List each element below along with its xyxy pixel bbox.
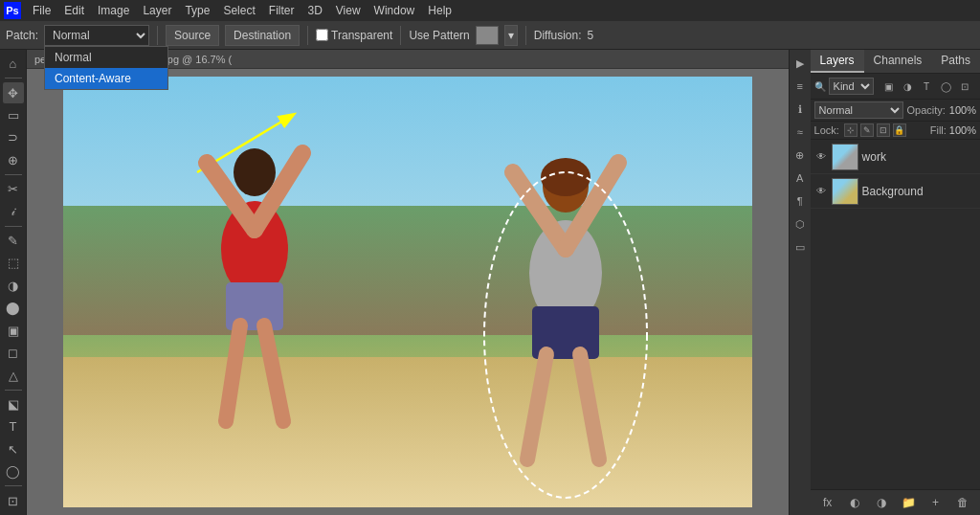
layers-list: 👁 work 👁 Background [811,140,980,489]
menu-bar: Ps File Edit Image Layer Type Select Fil… [0,0,980,21]
right-icons-column: ▶ ≡ ℹ ≈ ⊕ A ¶ ⬡ ▭ [790,50,811,515]
patch-option-normal[interactable]: Normal [45,47,167,68]
rectangle-select-tool[interactable]: ▭ [3,105,24,125]
svg-point-2 [234,148,276,196]
menu-filter[interactable]: Filter [263,2,301,19]
smart-filter-icon[interactable]: ⊡ [957,78,972,94]
add-style-icon[interactable]: fx [819,494,836,511]
lasso-tool[interactable]: ⊃ [3,127,24,147]
adjustments-sidebar-icon[interactable]: ≈ [791,123,810,142]
eraser-tool[interactable]: ⬤ [3,298,24,318]
healing-tool[interactable]: ◑ [3,276,24,296]
menu-view[interactable]: View [330,2,367,19]
path-select-tool[interactable]: ↖ [3,439,24,459]
eyedropper-tool[interactable]: 𝒾 [3,201,24,221]
eye-icon-background[interactable]: 👁 [814,185,828,198]
separator-4 [525,26,526,45]
right-figure [475,144,657,507]
new-group-icon[interactable]: 📁 [900,494,917,511]
tool-sep-1 [5,78,22,78]
patch-option-content-aware[interactable]: Content-Aware [45,68,167,89]
tab-channels[interactable]: Channels [864,50,932,73]
patch-select[interactable]: Normal Content-Aware [44,25,149,46]
menu-image[interactable]: Image [92,2,135,19]
home-tool[interactable]: ⌂ [3,54,24,74]
delete-layer-icon[interactable]: 🗑 [954,494,971,511]
layer-thumb-work [832,144,858,170]
lock-artboard-icon[interactable]: ⊡ [877,123,890,137]
kind-select[interactable]: Kind [829,78,874,95]
options-bar: Patch: Normal Content-Aware Normal Conte… [0,21,980,50]
crop-tool[interactable]: ✂ [3,179,24,199]
eye-icon-work[interactable]: 👁 [814,150,828,164]
menu-edit[interactable]: Edit [58,2,90,19]
canvas-container[interactable] [27,69,789,515]
menu-help[interactable]: Help [422,2,457,19]
adjustment-filter-icon[interactable]: ◑ [900,78,915,94]
svg-point-10 [541,158,590,196]
paragraph-sidebar-icon[interactable]: ¶ [791,191,810,211]
menu-file[interactable]: File [27,2,56,19]
lock-all-icon[interactable]: 🔒 [893,123,906,137]
use-pattern-label: Use Pattern [409,29,469,42]
quick-select-tool[interactable]: ⊕ [3,150,24,170]
gradient-tool[interactable]: ▣ [3,321,24,341]
text-tool[interactable]: T [3,416,24,437]
fill-label: Fill: [930,124,947,136]
history-sidebar-icon[interactable]: ▭ [791,237,810,257]
expand-icon[interactable]: ▶ [791,54,810,73]
canvas-area: pexels-yuri-manel-2597365.jpg @ 16.7% ( [27,50,789,515]
add-sidebar-icon[interactable]: ⊕ [791,146,810,165]
blend-mode-row: Normal Opacity: 100% [811,100,980,122]
menu-type[interactable]: Type [179,2,215,19]
menu-select[interactable]: Select [217,2,260,19]
patch-dropdown-open[interactable]: Normal Content-Aware [44,46,168,90]
blur-tool[interactable]: ◻ [3,343,24,363]
layers-sidebar-icon[interactable]: ≡ [791,77,810,96]
zoom-tool[interactable]: ⊡ [3,490,24,510]
pattern-dropdown-btn[interactable]: ▾ [504,25,518,46]
diffusion-label: Diffusion: [534,29,582,42]
transparent-checkbox-label[interactable]: Transparent [316,29,392,42]
lock-position-icon[interactable]: ⊹ [844,123,858,137]
menu-3d[interactable]: 3D [301,2,327,19]
pixel-filter-icon[interactable]: ▣ [880,78,896,94]
layer-name-work: work [862,150,886,164]
dodge-tool[interactable]: △ [3,365,24,385]
3d-sidebar-icon[interactable]: ⬡ [791,214,810,234]
clone-tool[interactable]: ⬚ [3,253,24,273]
character-sidebar-icon[interactable]: A [791,168,810,188]
diffusion-value: 5 [588,29,594,42]
adjustment-layer-icon[interactable]: ◑ [873,494,890,511]
info-sidebar-icon[interactable]: ℹ [791,100,810,119]
tab-paths[interactable]: Paths [931,50,980,73]
destination-button[interactable]: Destination [225,25,300,46]
left-tools-panel: ⌂ ✥ ▭ ⊃ ⊕ ✂ 𝒾 ✎ ⬚ ◑ ⬤ ▣ ◻ △ ⬕ T ↖ ◯ ⊡ [0,50,27,515]
tab-layers[interactable]: Layers [811,50,864,73]
brush-tool[interactable]: ✎ [3,231,24,251]
search-icon: 🔍 [814,81,826,92]
menu-window[interactable]: Window [368,2,421,19]
source-button[interactable]: Source [166,25,219,46]
pen-tool[interactable]: ⬕ [3,394,24,414]
new-layer-icon[interactable]: + [927,494,945,511]
transparent-label: Transparent [331,29,392,42]
shape-tool[interactable]: ◯ [3,461,24,481]
blend-mode-select[interactable]: Normal [814,101,903,119]
add-mask-icon[interactable]: ◐ [846,494,863,511]
svg-line-16 [580,354,599,459]
canvas-image [63,77,752,507]
layers-panel: Layers Channels Paths 🔍 Kind ▣ ◑ T ◯ [811,50,980,515]
shape-filter-icon[interactable]: ◯ [938,78,953,94]
lock-label: Lock: [814,124,839,136]
transparent-checkbox[interactable] [316,29,328,41]
layer-row-work[interactable]: 👁 work [811,140,980,174]
patch-dropdown-container[interactable]: Normal Content-Aware Normal Content-Awar… [44,25,149,46]
layer-row-background[interactable]: 👁 Background [811,174,980,209]
menu-layer[interactable]: Layer [137,2,177,19]
pattern-swatch[interactable] [476,26,499,45]
fill-value: 100% [949,124,976,136]
text-filter-icon[interactable]: T [919,78,934,94]
move-tool[interactable]: ✥ [3,82,24,102]
lock-draw-icon[interactable]: ✎ [860,123,874,137]
